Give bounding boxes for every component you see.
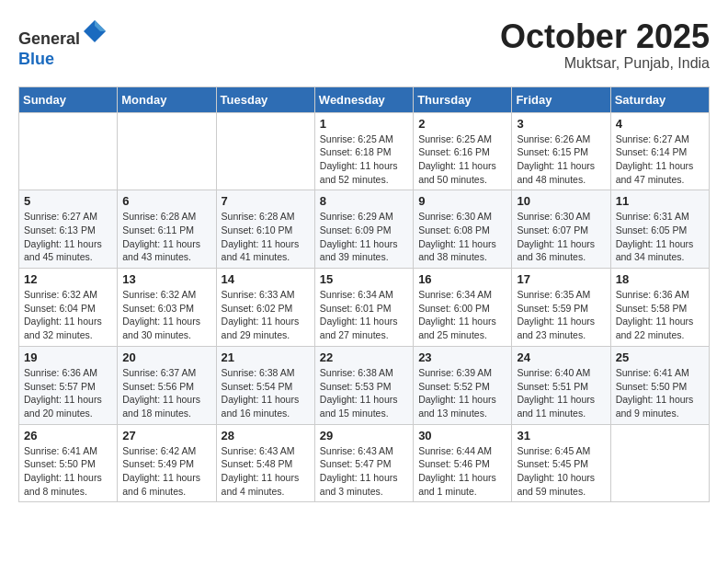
calendar-cell: 1Sunrise: 6:25 AM Sunset: 6:18 PM Daylig… [314, 112, 413, 190]
day-info: Sunrise: 6:28 AM Sunset: 6:10 PM Dayligh… [222, 210, 310, 264]
day-info: Sunrise: 6:37 AM Sunset: 5:56 PM Dayligh… [122, 366, 210, 420]
calendar-cell: 27Sunrise: 6:42 AM Sunset: 5:49 PM Dayli… [118, 424, 216, 502]
calendar-cell: 25Sunrise: 6:41 AM Sunset: 5:50 PM Dayli… [610, 346, 709, 424]
calendar-cell: 28Sunrise: 6:43 AM Sunset: 5:48 PM Dayli… [216, 424, 314, 502]
day-number: 24 [517, 350, 605, 364]
location: Muktsar, Punjab, India [500, 55, 710, 72]
week-row-5: 26Sunrise: 6:41 AM Sunset: 5:50 PM Dayli… [19, 424, 710, 502]
day-info: Sunrise: 6:32 AM Sunset: 6:04 PM Dayligh… [24, 288, 112, 342]
day-info: Sunrise: 6:25 AM Sunset: 6:18 PM Dayligh… [320, 132, 408, 187]
day-info: Sunrise: 6:38 AM Sunset: 5:54 PM Dayligh… [222, 366, 310, 420]
day-number: 25 [616, 350, 704, 364]
day-number: 16 [418, 272, 506, 286]
day-number: 7 [222, 194, 310, 208]
weekday-header-tuesday: Tuesday [216, 86, 314, 112]
day-info: Sunrise: 6:30 AM Sunset: 6:08 PM Dayligh… [418, 210, 506, 264]
week-row-2: 5Sunrise: 6:27 AM Sunset: 6:13 PM Daylig… [19, 190, 710, 269]
day-info: Sunrise: 6:42 AM Sunset: 5:49 PM Dayligh… [122, 444, 210, 499]
weekday-header-wednesday: Wednesday [314, 86, 413, 112]
calendar-cell: 5Sunrise: 6:27 AM Sunset: 6:13 PM Daylig… [19, 190, 118, 269]
calendar-cell: 6Sunrise: 6:28 AM Sunset: 6:11 PM Daylig… [118, 190, 216, 269]
day-number: 14 [222, 272, 310, 286]
logo-blue: Blue [18, 50, 54, 68]
calendar-cell: 26Sunrise: 6:41 AM Sunset: 5:50 PM Dayli… [19, 424, 118, 502]
day-number: 9 [418, 194, 506, 208]
calendar-cell [118, 112, 216, 190]
calendar-cell: 13Sunrise: 6:32 AM Sunset: 6:03 PM Dayli… [118, 269, 216, 347]
day-number: 5 [24, 194, 112, 208]
calendar-cell: 30Sunrise: 6:44 AM Sunset: 5:46 PM Dayli… [414, 424, 512, 502]
day-info: Sunrise: 6:27 AM Sunset: 6:13 PM Dayligh… [24, 210, 112, 264]
day-number: 6 [122, 194, 210, 208]
day-info: Sunrise: 6:41 AM Sunset: 5:50 PM Dayligh… [616, 366, 704, 420]
page-header: General Blue October 2025 Muktsar, Punja… [18, 18, 710, 72]
calendar-cell: 10Sunrise: 6:30 AM Sunset: 6:07 PM Dayli… [512, 190, 610, 269]
calendar-cell: 2Sunrise: 6:25 AM Sunset: 6:16 PM Daylig… [414, 112, 512, 190]
calendar-cell: 31Sunrise: 6:45 AM Sunset: 5:45 PM Dayli… [512, 424, 610, 502]
day-number: 21 [222, 350, 310, 364]
calendar-cell: 4Sunrise: 6:27 AM Sunset: 6:14 PM Daylig… [610, 112, 709, 190]
calendar-cell [216, 112, 314, 190]
day-number: 27 [122, 429, 210, 442]
calendar-cell: 29Sunrise: 6:43 AM Sunset: 5:47 PM Dayli… [314, 424, 413, 502]
calendar-table: SundayMondayTuesdayWednesdayThursdayFrid… [18, 86, 710, 503]
week-row-1: 1Sunrise: 6:25 AM Sunset: 6:18 PM Daylig… [19, 112, 710, 190]
calendar-cell: 12Sunrise: 6:32 AM Sunset: 6:04 PM Dayli… [19, 269, 118, 347]
calendar-cell: 19Sunrise: 6:36 AM Sunset: 5:57 PM Dayli… [19, 346, 118, 424]
day-info: Sunrise: 6:38 AM Sunset: 5:53 PM Dayligh… [320, 366, 408, 420]
day-number: 11 [616, 194, 704, 208]
day-info: Sunrise: 6:34 AM Sunset: 6:00 PM Dayligh… [418, 288, 506, 342]
calendar-cell: 16Sunrise: 6:34 AM Sunset: 6:00 PM Dayli… [414, 269, 512, 347]
day-number: 2 [418, 117, 506, 131]
day-info: Sunrise: 6:39 AM Sunset: 5:52 PM Dayligh… [418, 366, 506, 420]
weekday-header-saturday: Saturday [610, 86, 709, 112]
day-info: Sunrise: 6:43 AM Sunset: 5:47 PM Dayligh… [320, 444, 408, 499]
day-info: Sunrise: 6:44 AM Sunset: 5:46 PM Dayligh… [418, 444, 506, 499]
day-info: Sunrise: 6:34 AM Sunset: 6:01 PM Dayligh… [320, 288, 408, 342]
day-info: Sunrise: 6:35 AM Sunset: 5:59 PM Dayligh… [517, 288, 605, 342]
logo: General Blue [18, 18, 108, 69]
day-info: Sunrise: 6:32 AM Sunset: 6:03 PM Dayligh… [122, 288, 210, 342]
calendar-cell: 24Sunrise: 6:40 AM Sunset: 5:51 PM Dayli… [512, 346, 610, 424]
day-number: 20 [122, 350, 210, 364]
day-number: 1 [320, 117, 408, 131]
day-info: Sunrise: 6:31 AM Sunset: 6:05 PM Dayligh… [616, 210, 704, 264]
day-number: 19 [24, 350, 112, 364]
calendar-cell: 17Sunrise: 6:35 AM Sunset: 5:59 PM Dayli… [512, 269, 610, 347]
day-info: Sunrise: 6:25 AM Sunset: 6:16 PM Dayligh… [418, 132, 506, 187]
day-number: 31 [517, 429, 605, 442]
day-info: Sunrise: 6:36 AM Sunset: 5:57 PM Dayligh… [24, 366, 112, 420]
day-info: Sunrise: 6:27 AM Sunset: 6:14 PM Dayligh… [616, 132, 704, 187]
logo-general: General [18, 29, 80, 48]
day-number: 12 [24, 272, 112, 286]
month-title: October 2025 [500, 18, 710, 55]
day-number: 4 [616, 117, 704, 131]
day-info: Sunrise: 6:33 AM Sunset: 6:02 PM Dayligh… [222, 288, 310, 342]
calendar-cell: 20Sunrise: 6:37 AM Sunset: 5:56 PM Dayli… [118, 346, 216, 424]
day-number: 15 [320, 272, 408, 286]
day-number: 30 [418, 429, 506, 442]
logo-icon [82, 18, 108, 44]
day-number: 17 [517, 272, 605, 286]
day-info: Sunrise: 6:45 AM Sunset: 5:45 PM Dayligh… [517, 444, 605, 499]
weekday-header-friday: Friday [512, 86, 610, 112]
day-info: Sunrise: 6:28 AM Sunset: 6:11 PM Dayligh… [122, 210, 210, 264]
calendar-cell [19, 112, 118, 190]
calendar-cell: 18Sunrise: 6:36 AM Sunset: 5:58 PM Dayli… [610, 269, 709, 347]
calendar-cell: 8Sunrise: 6:29 AM Sunset: 6:09 PM Daylig… [314, 190, 413, 269]
day-info: Sunrise: 6:30 AM Sunset: 6:07 PM Dayligh… [517, 210, 605, 264]
day-number: 22 [320, 350, 408, 364]
calendar-cell: 9Sunrise: 6:30 AM Sunset: 6:08 PM Daylig… [414, 190, 512, 269]
calendar-cell: 7Sunrise: 6:28 AM Sunset: 6:10 PM Daylig… [216, 190, 314, 269]
calendar-cell: 11Sunrise: 6:31 AM Sunset: 6:05 PM Dayli… [610, 190, 709, 269]
calendar-cell: 15Sunrise: 6:34 AM Sunset: 6:01 PM Dayli… [314, 269, 413, 347]
day-number: 13 [122, 272, 210, 286]
day-info: Sunrise: 6:36 AM Sunset: 5:58 PM Dayligh… [616, 288, 704, 342]
day-number: 3 [517, 117, 605, 131]
day-number: 29 [320, 429, 408, 442]
day-info: Sunrise: 6:43 AM Sunset: 5:48 PM Dayligh… [222, 444, 310, 499]
week-row-4: 19Sunrise: 6:36 AM Sunset: 5:57 PM Dayli… [19, 346, 710, 424]
week-row-3: 12Sunrise: 6:32 AM Sunset: 6:04 PM Dayli… [19, 269, 710, 347]
day-info: Sunrise: 6:41 AM Sunset: 5:50 PM Dayligh… [24, 444, 112, 499]
day-number: 10 [517, 194, 605, 208]
